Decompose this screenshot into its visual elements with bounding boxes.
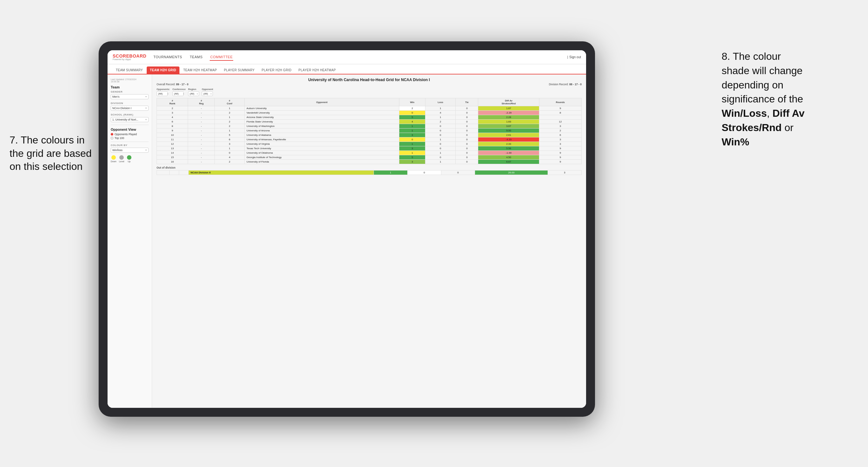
grid-record-row: Overall Record: 89 - 17 - 0 Division Rec… xyxy=(157,83,582,86)
annotation-left: 7. The colours in the grid are based on … xyxy=(9,134,99,174)
app-nav: SCOREBOARD Powered by clippd TOURNAMENTS… xyxy=(107,50,586,64)
colour-by-label: Colour by xyxy=(111,144,149,147)
legend-dot-level xyxy=(119,155,124,160)
opponents-select[interactable]: (All) xyxy=(157,91,168,96)
conference-select[interactable]: (All) xyxy=(173,91,184,96)
tab-player-h2h-grid[interactable]: PLAYER H2H GRID xyxy=(258,66,294,74)
col-win: Win xyxy=(399,98,426,106)
table-row: 11 - 6 University of Arkansas, Fayettevi… xyxy=(157,137,582,142)
table-row: 14 - 0 University of Oklahoma 1 1 0 -1.0… xyxy=(157,151,582,155)
nav-items: TOURNAMENTS TEAMS COMMITTEE xyxy=(153,54,233,61)
legend-level: Level xyxy=(119,155,124,162)
grid-title: University of North Carolina Head-to-Hea… xyxy=(157,77,582,82)
logo-block: SCOREBOARD Powered by clippd xyxy=(113,54,146,60)
out-division-name: NCAA Division II xyxy=(189,170,374,175)
tab-team-h2h-heatmap[interactable]: TEAM H2H HEATMAP xyxy=(180,66,220,74)
col-conf: #Conf xyxy=(214,98,244,106)
sub-nav: TEAM SUMMARY TEAM H2H GRID TEAM H2H HEAT… xyxy=(107,64,586,74)
out-of-division-table: NCAA Division II 1 0 0 26.00 3 xyxy=(157,170,582,175)
table-header-row: #Rank #Reg #Conf Opponent Win Loss Tie D… xyxy=(157,98,582,106)
table-row: 12 - 3 University of Virginia 1 0 0 2.33… xyxy=(157,142,582,146)
table-row: 15 - 4 Georgia Institute of Technology 5… xyxy=(157,155,582,160)
division-record: Division Record: 88 - 17 - 0 xyxy=(549,83,582,86)
opponent-view-radio-group: Opponents Played Top 100 xyxy=(111,133,149,139)
out-division-loss: 0 xyxy=(408,170,441,175)
radio-top-100[interactable]: Top 100 xyxy=(111,136,149,139)
app-logo-sub: Powered by clippd xyxy=(113,58,146,60)
filter-opponents: Opponents: (All) xyxy=(157,88,170,96)
table-row: 13 - 1 Texas Tech University 3 0 0 5.56 … xyxy=(157,146,582,151)
opponent-view-label: Opponent View xyxy=(111,128,149,131)
legend-down: Down xyxy=(111,155,117,162)
h2h-grid-table: #Rank #Reg #Conf Opponent Win Loss Tie D… xyxy=(157,98,582,164)
app-logo: SCOREBOARD xyxy=(113,54,146,58)
tab-team-h2h-grid[interactable]: TEAM H2H GRID xyxy=(147,66,180,74)
region-select[interactable]: (All) xyxy=(188,91,199,96)
col-rank: #Rank xyxy=(157,98,188,106)
grid-area: University of North Carolina Head-to-Hea… xyxy=(152,74,586,408)
legend-up: Up xyxy=(127,155,131,162)
nav-item-tournaments[interactable]: TOURNAMENTS xyxy=(153,54,183,61)
sign-out-button[interactable]: | Sign out xyxy=(567,55,581,59)
colour-by-select[interactable]: Win/loss xyxy=(111,148,149,153)
radio-dot-opponents-played xyxy=(111,133,113,135)
table-row: 10 - 5 University of Alabama 3 0 0 2.61 … xyxy=(157,133,582,137)
division-select[interactable]: NCAA Division I xyxy=(111,105,149,111)
out-division-tie: 0 xyxy=(441,170,475,175)
tab-team-summary[interactable]: TEAM SUMMARY xyxy=(113,66,146,74)
opponent-select[interactable]: (All) xyxy=(202,91,213,96)
sidebar: Last Updated: 27/03/2024 16:55:38 Team G… xyxy=(107,74,152,408)
out-division-diff: 26.00 xyxy=(475,170,548,175)
nav-item-teams[interactable]: TEAMS xyxy=(189,54,203,61)
table-row: 8 - 2 University of Washington 1 0 0 3.6… xyxy=(157,124,582,128)
radio-dot-top100 xyxy=(111,137,113,139)
nav-item-committee[interactable]: COMMITTEE xyxy=(210,54,234,61)
main-content: Last Updated: 27/03/2024 16:55:38 Team G… xyxy=(107,74,586,408)
school-select[interactable]: 1. University of Nort... xyxy=(111,117,149,122)
table-row: 2 - 1 Auburn University 2 1 0 1.67 9 xyxy=(157,106,582,111)
out-division-win: 1 xyxy=(374,170,407,175)
col-rounds: Rounds xyxy=(539,98,581,106)
filter-region: Region (All) xyxy=(188,88,199,96)
out-of-division-label: Out of division xyxy=(157,166,582,169)
team-label: Team xyxy=(111,85,149,89)
col-diff: Diff AvStrokes/Rnd xyxy=(478,98,539,106)
table-row: 9 - 1 University of Arizona 1 0 0 9.00 2 xyxy=(157,128,582,133)
gender-section-label: Gender xyxy=(111,90,149,93)
school-section-label: School (Rank) xyxy=(111,113,149,116)
annotation-right: 8. The colour shade will change dependin… xyxy=(722,49,855,149)
col-opponent: Opponent xyxy=(244,98,399,106)
table-row: 4 - 1 Arizona State University 5 1 0 2.2… xyxy=(157,115,582,120)
filter-opponent: Opponent (All) xyxy=(202,88,213,96)
col-tie: Tie xyxy=(456,98,478,106)
tablet-screen: SCOREBOARD Powered by clippd TOURNAMENTS… xyxy=(107,50,586,408)
tab-player-summary[interactable]: PLAYER SUMMARY xyxy=(221,66,258,74)
radio-opponents-played[interactable]: Opponents Played xyxy=(111,133,149,136)
timestamp: Last Updated: 27/03/2024 16:55:38 xyxy=(111,78,149,83)
filter-conference: Conference (All) xyxy=(173,88,186,96)
col-loss: Loss xyxy=(425,98,456,106)
tablet: SCOREBOARD Powered by clippd TOURNAMENTS… xyxy=(99,41,595,417)
filter-row: Opponents: (All) Conference (All) xyxy=(157,88,582,96)
table-row: 6 - 2 Florida State University 4 2 0 1.8… xyxy=(157,120,582,124)
tab-player-h2h-heatmap[interactable]: PLAYER H2H HEATMAP xyxy=(295,66,339,74)
color-legend: Down Level Up xyxy=(111,155,149,162)
col-reg: #Reg xyxy=(188,98,214,106)
table-row: 16 - 2 University of Florida 3 1 0 6.67 … xyxy=(157,160,582,164)
legend-dot-down xyxy=(111,155,116,160)
division-section-label: Division xyxy=(111,102,149,105)
table-row: 3 - 2 Vanderbilt University 0 4 0 -2.29 … xyxy=(157,111,582,115)
out-division-rounds: 3 xyxy=(548,170,581,175)
legend-dot-up xyxy=(127,155,131,160)
gender-select[interactable]: Men's xyxy=(111,94,149,99)
out-of-division-row: NCAA Division II 1 0 0 26.00 3 xyxy=(157,170,582,175)
overall-record: Overall Record: 89 - 17 - 0 xyxy=(157,83,188,86)
